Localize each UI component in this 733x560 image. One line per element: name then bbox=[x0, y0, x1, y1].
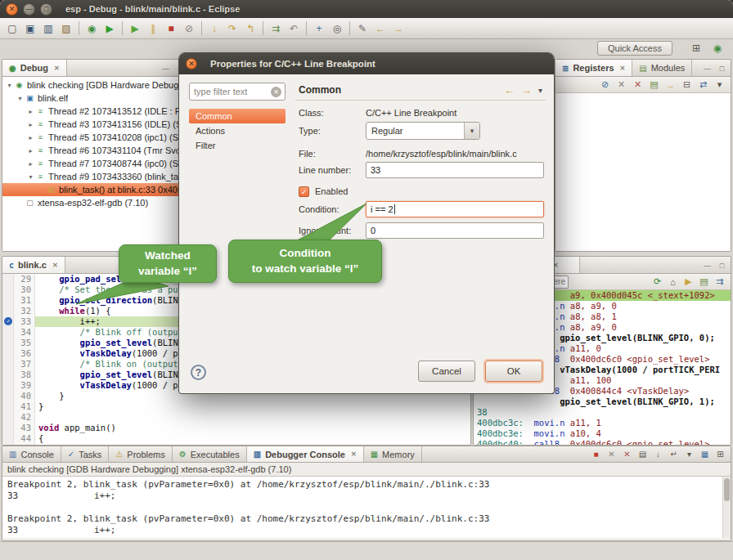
registers-content[interactable] bbox=[555, 93, 731, 251]
instruction-stepping-icon[interactable]: ⇉ bbox=[267, 20, 285, 37]
terminate-console-icon[interactable]: ■ bbox=[589, 448, 603, 460]
code-text[interactable]: } bbox=[35, 401, 470, 412]
enabled-checkbox[interactable]: ✓ bbox=[299, 186, 309, 197]
suspend-icon[interactable]: ∥ bbox=[144, 20, 162, 37]
disassembly-line[interactable]: 400dbc3c: movi.n a11, 1 bbox=[474, 418, 731, 428]
dialog-nav-item-common[interactable]: Common bbox=[189, 109, 286, 123]
view-menu-icon[interactable]: ▾ bbox=[712, 78, 727, 92]
code-text[interactable]: xTaskCreate(&blink_task, "blink_task", c… bbox=[35, 444, 470, 445]
debug-tree-item[interactable]: ▤blink_task() at blink.c:33 0x400db bbox=[2, 183, 189, 196]
editor-ruler[interactable] bbox=[2, 433, 14, 444]
editor-ruler[interactable] bbox=[2, 412, 14, 423]
editor-line[interactable]: 44{ bbox=[2, 433, 470, 444]
last-edit-icon[interactable]: ✎ bbox=[353, 20, 371, 37]
forward-history-icon[interactable]: → bbox=[389, 20, 407, 37]
condition-input[interactable]: i == 2 bbox=[366, 201, 544, 217]
breakpoint-marker-icon[interactable]: ✓ bbox=[4, 317, 12, 325]
code-text[interactable]: void app_main() bbox=[35, 423, 470, 433]
editor-ruler[interactable] bbox=[2, 423, 14, 433]
back-history-icon[interactable]: ← bbox=[371, 20, 389, 37]
editor-ruler[interactable] bbox=[2, 295, 14, 306]
console-output[interactable]: Breakpoint 2, blink_task (pvParameter=0x… bbox=[2, 476, 731, 538]
run-icon[interactable]: ▶ bbox=[101, 20, 119, 37]
search-icon[interactable]: ◎ bbox=[328, 20, 346, 37]
remove-launch-icon[interactable]: ✕ bbox=[605, 448, 618, 460]
tab-modules[interactable]: ▤Modules bbox=[632, 60, 692, 76]
editor-line[interactable]: 42 bbox=[2, 412, 470, 423]
editor-line[interactable]: 41} bbox=[2, 401, 470, 412]
editor-ruler[interactable] bbox=[2, 284, 14, 295]
home-icon[interactable]: ⌂ bbox=[665, 275, 681, 289]
clear-filter-icon[interactable]: ✕ bbox=[271, 87, 281, 97]
pin-console-icon[interactable]: ▾ bbox=[682, 448, 696, 460]
save-all-icon[interactable]: ▥ bbox=[39, 20, 57, 37]
scrollbar-thumb[interactable] bbox=[724, 478, 730, 501]
editor-ruler[interactable] bbox=[2, 274, 14, 284]
tab-debugger-console[interactable]: ▥Debugger Console✕ bbox=[247, 446, 364, 462]
editor-ruler[interactable] bbox=[2, 306, 14, 316]
editor-ruler[interactable] bbox=[2, 391, 14, 401]
tab-registers[interactable]: ≣Registers✕ bbox=[555, 60, 632, 76]
debug-tree-item[interactable]: ▸≡Thread #6 1073431104 (Tmr Svc) (S bbox=[2, 144, 189, 157]
folder-icon[interactable]: ▨ bbox=[57, 20, 75, 37]
step-return-icon[interactable]: ↰ bbox=[241, 20, 259, 37]
forward-icon[interactable]: → bbox=[521, 84, 532, 96]
section-menu-icon[interactable]: ▾ bbox=[538, 86, 542, 95]
tab-console[interactable]: ▥Console bbox=[2, 446, 61, 462]
collapse-icon[interactable]: ▾ bbox=[26, 173, 35, 181]
editor-ruler[interactable] bbox=[2, 380, 14, 391]
editor-ruler[interactable]: ✓ bbox=[2, 316, 14, 327]
maximize-view-icon[interactable]: □ bbox=[717, 63, 727, 74]
quick-access-button[interactable]: Quick Access bbox=[597, 41, 672, 56]
dialog-nav-item-actions[interactable]: Actions bbox=[189, 123, 286, 138]
tab-executables[interactable]: ⚙Executables bbox=[173, 446, 247, 462]
expand-icon[interactable]: ▸ bbox=[26, 121, 35, 128]
refresh-icon[interactable]: ⟳ bbox=[650, 275, 665, 289]
expand-icon[interactable]: ▸ bbox=[26, 108, 35, 115]
close-icon[interactable]: ✕ bbox=[351, 450, 357, 458]
skip-all-breakpoints-icon[interactable]: ⊘ bbox=[597, 78, 613, 92]
help-button[interactable]: ? bbox=[191, 365, 206, 380]
debug-tree-item[interactable]: ▸≡Thread #2 1073413512 (IDLE : Runn bbox=[2, 105, 189, 118]
step-into-icon[interactable]: ↓ bbox=[205, 20, 223, 37]
show-source-icon[interactable]: ▤ bbox=[696, 275, 712, 289]
minimize-view-icon[interactable]: — bbox=[702, 63, 713, 74]
tab-debug[interactable]: ◉ Debug ✕ bbox=[2, 60, 67, 76]
debug-tree-item[interactable]: ▸≡Thread #5 1073410208 (ipc1) (Susp bbox=[2, 131, 189, 144]
editor-ruler[interactable] bbox=[2, 444, 14, 445]
remove-all-icon[interactable]: ✕ bbox=[630, 78, 645, 92]
editor-ruler[interactable] bbox=[2, 370, 14, 380]
open-console-icon[interactable]: ⊞ bbox=[713, 448, 727, 460]
new-class-icon[interactable]: + bbox=[310, 20, 328, 37]
dialog-nav-item-filter[interactable]: Filter bbox=[189, 138, 286, 153]
collapse-icon[interactable]: ▾ bbox=[16, 95, 25, 102]
step-over-icon[interactable]: ↷ bbox=[223, 20, 241, 37]
code-text[interactable] bbox=[35, 412, 470, 423]
terminate-icon[interactable]: ■ bbox=[162, 20, 180, 37]
editor-ruler[interactable] bbox=[2, 348, 14, 359]
window-close-button[interactable]: ✕ bbox=[6, 3, 18, 16]
remove-selected-icon[interactable]: ✕ bbox=[614, 78, 629, 92]
disassembly-line[interactable]: 400dbc3e: movi.n a10, 4 bbox=[474, 428, 731, 439]
resume-icon[interactable]: ▶ bbox=[126, 20, 144, 37]
filter-input[interactable]: type filter text ✕ bbox=[189, 83, 286, 101]
go-to-file-icon[interactable]: → bbox=[663, 78, 678, 92]
debug-tree-item[interactable]: ▾◉blink checking [GDB Hardware Debug bbox=[2, 78, 189, 92]
link-with-debug-icon[interactable]: ⇄ bbox=[695, 78, 711, 92]
disassembly-line[interactable]: 400dbc40: call8 0x400dc6c0 <gpio_set_lev… bbox=[474, 439, 731, 445]
new-wizard-icon[interactable]: ▢ bbox=[3, 20, 21, 37]
show-full-paths-icon[interactable]: ▤ bbox=[646, 78, 662, 92]
window-minimize-button[interactable]: — bbox=[23, 3, 35, 16]
tab-problems[interactable]: ⚠Problems bbox=[109, 446, 172, 462]
type-select[interactable]: Regular ▾ bbox=[366, 122, 480, 140]
collapse-icon[interactable]: ▾ bbox=[5, 82, 14, 89]
editor-ruler[interactable] bbox=[2, 401, 14, 412]
line-number-input[interactable]: 33 bbox=[366, 162, 544, 178]
disassembly-line[interactable]: 38 bbox=[474, 407, 731, 418]
word-wrap-icon[interactable]: ↵ bbox=[667, 448, 681, 460]
minimize-view-icon[interactable]: — bbox=[702, 260, 713, 271]
tab-blink-c[interactable]: c blink.c ✕ bbox=[2, 257, 65, 273]
display-selected-console-icon[interactable]: ▦ bbox=[698, 448, 712, 460]
minimize-view-icon[interactable]: — bbox=[160, 63, 171, 74]
editor-ruler[interactable] bbox=[2, 338, 14, 348]
